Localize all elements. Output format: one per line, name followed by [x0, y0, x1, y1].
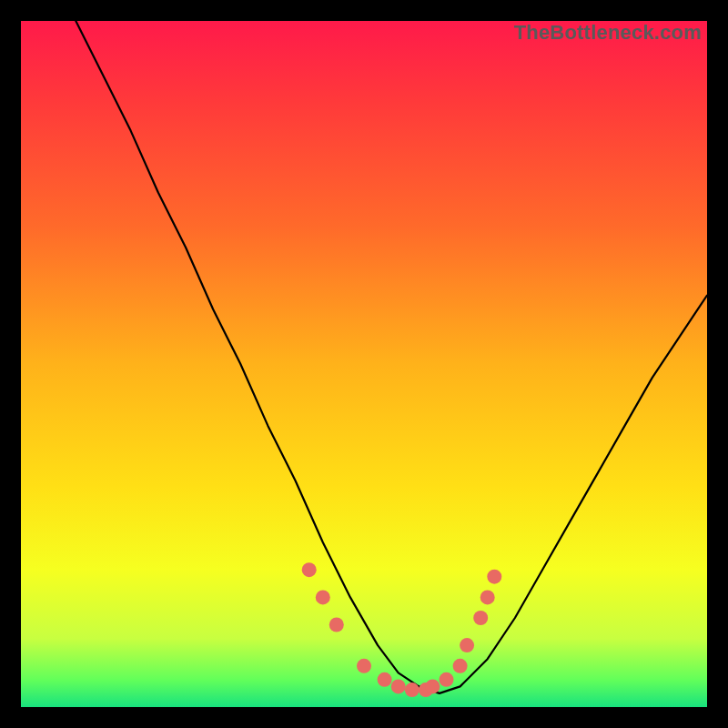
marker-dot [453, 659, 468, 673]
marker-dot [302, 562, 317, 577]
marker-dot [329, 618, 344, 632]
chart-frame: TheBottleneck.com [21, 21, 707, 707]
marker-dot [425, 679, 440, 693]
marker-dot [378, 672, 392, 687]
marker-group [302, 562, 502, 697]
marker-dot [357, 659, 371, 673]
marker-dot [473, 611, 488, 625]
chart-svg [21, 21, 707, 707]
marker-dot [440, 672, 454, 687]
marker-dot [391, 679, 406, 693]
marker-dot [487, 570, 501, 584]
curve-path [76, 21, 707, 693]
marker-dot [316, 590, 330, 604]
marker-dot [405, 682, 420, 697]
marker-dot [480, 590, 495, 604]
marker-dot [460, 638, 474, 652]
